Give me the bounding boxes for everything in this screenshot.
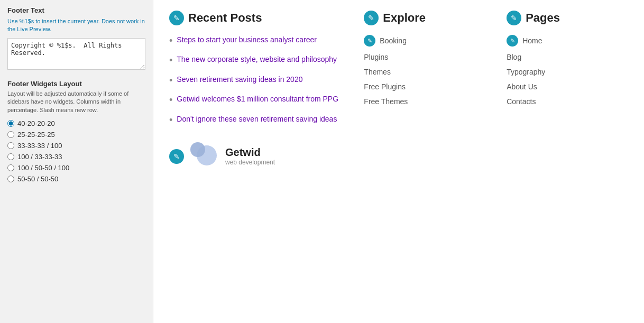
getwid-edit-icon[interactable]: ✎ — [169, 149, 184, 164]
pages-edit-icon[interactable]: ✎ — [507, 11, 521, 25]
list-item: • The new corporate style, website and p… — [169, 54, 343, 67]
list-item: ✎ Home — [507, 35, 628, 47]
list-item: About Us — [507, 82, 628, 91]
bullet-icon: • — [169, 54, 172, 67]
layout-option-2[interactable]: 25-25-25-25 — [7, 131, 145, 139]
explore-item-plugins: Plugins — [364, 53, 388, 61]
recent-posts-title: Recent Posts — [188, 11, 262, 25]
explore-title: Explore — [383, 11, 426, 25]
getwid-logo — [190, 142, 219, 171]
list-item: Themes — [364, 68, 485, 76]
getwid-name: Getwid — [225, 146, 275, 159]
pages-item-blog: Blog — [507, 53, 521, 61]
list-item: Free Themes — [364, 97, 485, 106]
explore-widget: ✎ Explore ✎ Booking Plugins Themes Free … — [364, 11, 485, 112]
list-item: Free Plugins — [364, 82, 485, 91]
layout-option-4[interactable]: 100 / 33-33-33 — [7, 153, 145, 161]
layout-option-6[interactable]: 50-50 / 50-50 — [7, 175, 145, 183]
pages-item-icon[interactable]: ✎ — [507, 35, 518, 47]
footer-widgets-label: Footer Widgets Layout — [7, 80, 145, 88]
pages-title: Pages — [526, 11, 560, 25]
list-item: • Seven retirement saving ideas in 2020 — [169, 75, 343, 87]
pages-header: ✎ Pages — [507, 11, 628, 25]
footer-widgets-hint: Layout will be adjusted automatically if… — [7, 90, 145, 114]
bullet-icon: • — [169, 75, 172, 87]
list-item: • Steps to start your business analyst c… — [169, 35, 343, 47]
explore-edit-icon[interactable]: ✎ — [364, 11, 379, 25]
layout-option-3[interactable]: 33-33-33 / 100 — [7, 142, 145, 150]
widgets-row: ✎ Recent Posts • Steps to start your bus… — [169, 11, 628, 171]
footer-text-input[interactable]: Copyright © %1$s. All Rights Reserved. — [7, 38, 145, 70]
getwid-text: Getwid web development — [225, 146, 275, 166]
list-item: Plugins — [364, 53, 485, 61]
post-link-5[interactable]: Don't ignore these seven retirement savi… — [177, 114, 337, 125]
explore-item-booking: Booking — [380, 36, 407, 45]
list-item: Contacts — [507, 97, 628, 106]
pages-item-contacts: Contacts — [507, 97, 536, 106]
list-item: • Don't ignore these seven retirement sa… — [169, 114, 343, 126]
bullet-icon: • — [169, 114, 172, 126]
pages-item-home: Home — [522, 36, 542, 45]
footer-text-label: Footer Text — [7, 6, 145, 14]
post-link-4[interactable]: Getwid welcomes $1 million consultant fr… — [177, 94, 338, 105]
explore-item-free-themes: Free Themes — [364, 97, 408, 106]
getwid-brand: ✎ Getwid web development — [169, 142, 343, 171]
list-item: ✎ Booking — [364, 35, 485, 47]
layout-options: 40-20-20-20 25-25-25-25 33-33-33 / 100 1… — [7, 119, 145, 183]
post-link-1[interactable]: Steps to start your business analyst car… — [177, 35, 317, 45]
right-panel: ✎ Recent Posts • Steps to start your bus… — [153, 0, 644, 323]
layout-option-1[interactable]: 40-20-20-20 — [7, 119, 145, 127]
explore-list: ✎ Booking Plugins Themes Free Plugins Fr… — [364, 35, 485, 106]
recent-posts-widget: ✎ Recent Posts • Steps to start your bus… — [169, 11, 343, 171]
explore-item-icon[interactable]: ✎ — [364, 35, 375, 47]
pages-list: ✎ Home Blog Typography About Us Contacts — [507, 35, 628, 106]
bullet-icon: • — [169, 35, 172, 47]
explore-item-free-plugins: Free Plugins — [364, 82, 406, 91]
recent-posts-edit-icon[interactable]: ✎ — [169, 11, 184, 25]
post-link-3[interactable]: Seven retirement saving ideas in 2020 — [177, 75, 302, 85]
list-item: • Getwid welcomes $1 million consultant … — [169, 94, 343, 106]
explore-item-themes: Themes — [364, 68, 391, 76]
recent-posts-list: • Steps to start your business analyst c… — [169, 35, 343, 126]
recent-posts-header: ✎ Recent Posts — [169, 11, 343, 25]
list-item: Blog — [507, 53, 628, 61]
layout-option-5[interactable]: 100 / 50-50 / 100 — [7, 164, 145, 172]
getwid-subtitle: web development — [225, 159, 275, 166]
logo-bubble-2 — [190, 142, 205, 157]
pages-widget: ✎ Pages ✎ Home Blog Typography About Us — [507, 11, 628, 112]
pages-item-about-us: About Us — [507, 82, 537, 91]
list-item: Typography — [507, 68, 628, 76]
bullet-icon: • — [169, 94, 172, 106]
explore-header: ✎ Explore — [364, 11, 485, 25]
post-link-2[interactable]: The new corporate style, website and phi… — [177, 54, 337, 65]
footer-text-hint: Use %1$s to insert the current year. Doe… — [7, 17, 145, 34]
pages-item-typography: Typography — [507, 68, 545, 76]
left-panel: Footer Text Use %1$s to insert the curre… — [0, 0, 153, 323]
